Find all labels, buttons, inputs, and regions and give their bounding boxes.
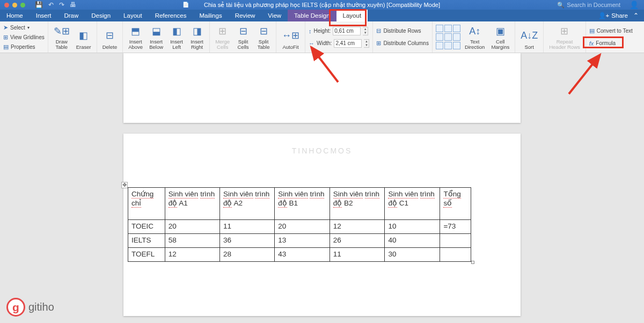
delete-button[interactable]: ⊟Delete xyxy=(100,23,119,51)
distribute-columns-icon: ⊞ xyxy=(376,40,381,47)
arrow-to-formula xyxy=(558,48,612,97)
text-direction-button[interactable]: A↕Text Direction xyxy=(463,23,487,51)
repeat-header-rows-button[interactable]: ⊞Repeat Header Rows xyxy=(547,23,582,51)
window-zoom[interactable] xyxy=(20,3,25,8)
redo-icon[interactable]: ↷ xyxy=(59,1,64,9)
formula-icon: fx xyxy=(589,40,594,47)
tab-design[interactable]: Design xyxy=(85,10,117,21)
share-icon: 👤+ xyxy=(598,12,610,19)
sort-icon: A↓Z xyxy=(521,27,538,43)
distribute-rows-button[interactable]: ⊟Distribute Rows xyxy=(376,26,421,35)
search-input[interactable]: 🔍 Search in Document xyxy=(557,2,620,9)
split-table-button[interactable]: ⊟Split Table xyxy=(254,23,273,51)
gitiho-g-icon: g xyxy=(6,298,25,317)
autofit-icon: ↔⊞ xyxy=(282,27,299,43)
header-cell: Sinh viên trình độ A1 xyxy=(165,188,219,220)
table-header-row: Chứng chỉ Sinh viên trình độ A1 Sinh viê… xyxy=(128,188,471,220)
table-resize-handle[interactable] xyxy=(471,261,474,264)
tab-view[interactable]: View xyxy=(261,10,288,21)
arrow-to-width xyxy=(301,42,343,85)
draw-table-icon: ✎⊞ xyxy=(54,24,70,38)
repeat-header-icon: ⊞ xyxy=(560,24,568,38)
insert-below-button[interactable]: ⬓Insert Below xyxy=(147,23,165,51)
distribute-columns-button[interactable]: ⊞Distribute Columns xyxy=(376,39,428,48)
table-row: TOEIC2011201210=73 xyxy=(128,220,471,234)
data-table[interactable]: Chứng chỉ Sinh viên trình độ A1 Sinh viê… xyxy=(128,187,471,262)
merge-cells-button[interactable]: ⊞Merge Cells xyxy=(213,23,232,51)
eraser-button[interactable]: ◧Eraser xyxy=(74,23,93,51)
insert-right-icon: ◨ xyxy=(193,24,202,38)
autofit-button[interactable]: ↔⊞AutoFit xyxy=(280,23,302,51)
distribute-rows-icon: ⊟ xyxy=(376,27,381,34)
sort-button[interactable]: A↓ZSort xyxy=(518,23,540,51)
insert-left-icon: ◧ xyxy=(172,24,181,38)
text-direction-icon: A↕ xyxy=(469,24,480,38)
page-current[interactable]: TINHOCMOS ✥ Chứng chỉ Sinh viên trình độ… xyxy=(123,134,521,316)
window-title: Chia sẻ tài liệu và phương pháp học IELT… xyxy=(204,2,440,9)
tab-home[interactable]: Home xyxy=(0,10,30,21)
select-menu[interactable]: ➤Select▾ xyxy=(3,23,30,32)
table-row: TOEFL1228431130 xyxy=(128,248,471,262)
insert-above-icon: ⬒ xyxy=(131,24,140,38)
chevron-up-icon[interactable]: ⌃ xyxy=(633,12,639,19)
tab-table-design[interactable]: Table Design xyxy=(288,10,336,21)
convert-text-icon: ▤ xyxy=(589,27,595,34)
insert-left-button[interactable]: ◧Insert Left xyxy=(167,23,186,51)
header-cell: Sinh viên trình độ B1 xyxy=(275,188,330,220)
gridlines-icon: ⊞ xyxy=(3,34,8,41)
table-row: IELTS5836132640 xyxy=(128,234,471,248)
header-cell: Chứng chỉ xyxy=(128,188,165,220)
header-cell: Sinh viên trình độ C1 xyxy=(385,188,440,220)
tab-insert[interactable]: Insert xyxy=(30,10,58,21)
share-button[interactable]: 👤+ Share ⌃ xyxy=(598,10,639,21)
width-stepper[interactable]: ▲▼ xyxy=(364,39,369,48)
cursor-icon: ➤ xyxy=(3,24,8,31)
insert-below-icon: ⬓ xyxy=(152,24,161,38)
header-cell: Sinh viên trình độ B2 xyxy=(330,188,385,220)
doc-icon: 📄 xyxy=(182,2,189,8)
height-stepper[interactable]: ▲▼ xyxy=(363,27,368,35)
svg-line-1 xyxy=(569,55,600,94)
insert-above-button[interactable]: ⬒Insert Above xyxy=(126,23,145,51)
window-minimize[interactable] xyxy=(12,3,17,8)
svg-line-0 xyxy=(311,47,338,82)
tab-references[interactable]: References xyxy=(149,10,193,21)
print-icon[interactable]: 🖶 xyxy=(70,1,76,9)
save-icon[interactable]: 💾 xyxy=(35,1,43,9)
header-cell: Sinh viên trình độ A2 xyxy=(219,188,274,220)
window-close[interactable] xyxy=(4,3,9,8)
split-cells-icon: ⊟ xyxy=(239,24,247,38)
split-cells-button[interactable]: ⊟Split Cells xyxy=(234,23,252,51)
properties-icon: ▤ xyxy=(3,43,9,50)
view-gridlines-button[interactable]: ⊞View Gridlines xyxy=(3,33,45,41)
user-avatar[interactable]: 👤 xyxy=(628,0,640,10)
tab-draw[interactable]: Draw xyxy=(57,10,85,21)
tab-mailings[interactable]: Mailings xyxy=(193,10,228,21)
alignment-grid[interactable] xyxy=(436,25,460,49)
delete-icon: ⊟ xyxy=(106,27,114,43)
insert-right-button[interactable]: ◨Insert Right xyxy=(188,23,206,51)
tab-layout[interactable]: Layout xyxy=(117,10,149,21)
draw-table-button[interactable]: ✎⊞Draw Table xyxy=(52,23,72,51)
convert-to-text-button[interactable]: ▤Convert to Text xyxy=(589,26,633,35)
search-icon: 🔍 xyxy=(557,2,565,9)
tab-table-layout[interactable]: Layout xyxy=(336,10,368,21)
height-icon: ↕ xyxy=(309,28,312,34)
formula-button[interactable]: fxFormula xyxy=(589,39,616,48)
height-input[interactable]: 0,61 cm xyxy=(333,27,361,35)
gitiho-logo: g gitiho xyxy=(6,298,54,317)
tab-review[interactable]: Review xyxy=(229,10,262,21)
header-cell: Tổng số xyxy=(440,188,471,220)
undo-icon[interactable]: ↶ xyxy=(48,1,54,9)
merge-cells-icon: ⊞ xyxy=(218,24,226,38)
cell-margins-button[interactable]: ▣Cell Margins xyxy=(489,23,511,51)
properties-button[interactable]: ▤Properties xyxy=(3,42,35,51)
eraser-icon: ◧ xyxy=(79,27,88,43)
cell-margins-icon: ▣ xyxy=(496,24,505,38)
table-move-handle[interactable]: ✥ xyxy=(121,182,128,188)
height-field[interactable]: ↕ Height: 0,61 cm ▲▼ xyxy=(309,26,368,35)
split-table-icon: ⊟ xyxy=(260,24,268,38)
